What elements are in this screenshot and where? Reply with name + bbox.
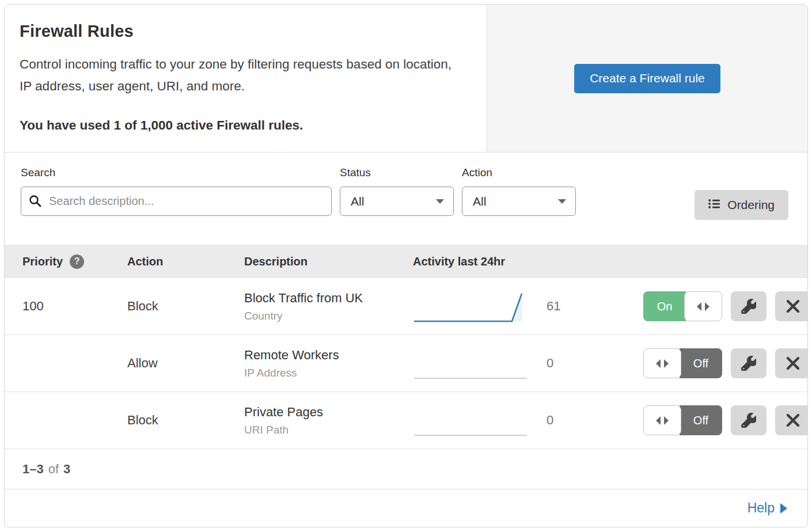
close-icon	[787, 357, 799, 370]
rule-activity-cell: 0	[413, 404, 643, 437]
search-icon	[29, 195, 42, 210]
filter-bar: Search Status All Action All	[5, 153, 807, 245]
toggle-off-label: Off	[680, 348, 722, 378]
pagination-range: 1–3	[22, 462, 44, 477]
page-title: Firewall Rules	[20, 22, 467, 41]
pagination-bar: 1–3 of 3	[5, 449, 807, 489]
search-input[interactable]	[21, 187, 332, 216]
action-label: Action	[462, 166, 576, 179]
left-right-arrows-icon	[656, 416, 669, 425]
pagination-total: 3	[63, 462, 70, 477]
priority-column-label: Priority	[22, 255, 63, 268]
table-header: Priority ? Action Description Activity l…	[5, 245, 807, 278]
chevron-down-icon	[558, 199, 566, 204]
table-row: Allow Remote Workers IP Address 0 Off	[5, 335, 807, 392]
toggle-on-label: On	[643, 291, 686, 321]
rule-action: Block	[127, 299, 244, 314]
activity-sparkline	[413, 290, 528, 323]
rule-action: Block	[127, 413, 244, 428]
edit-rule-button[interactable]	[731, 291, 767, 321]
search-group: Search	[21, 166, 332, 245]
rule-priority: 100	[5, 299, 127, 314]
header-section: Firewall Rules Control incoming traffic …	[5, 5, 807, 153]
close-icon	[787, 414, 799, 427]
toggle-handle[interactable]	[643, 405, 681, 435]
status-selected-value: All	[351, 195, 364, 208]
ordered-list-icon	[708, 198, 720, 212]
delete-rule-button[interactable]	[775, 405, 808, 435]
rule-controls: On	[643, 291, 808, 321]
wrench-icon	[741, 299, 756, 314]
column-activity: Activity last 24hr	[413, 255, 643, 268]
left-right-arrows-icon	[697, 302, 709, 311]
priority-help-icon[interactable]: ?	[70, 254, 84, 269]
action-select[interactable]: All	[462, 187, 576, 216]
rule-description-cell: Private Pages URI Path	[244, 405, 413, 436]
rule-action: Allow	[127, 356, 244, 371]
ordering-button[interactable]: Ordering	[695, 190, 788, 220]
rule-enabled-toggle[interactable]: Off	[643, 405, 722, 435]
rule-controls: Off	[643, 348, 808, 378]
chevron-down-icon	[436, 199, 444, 204]
right-triangle-icon	[780, 503, 787, 514]
activity-count: 61	[547, 299, 560, 314]
rule-match-type: URI Path	[244, 424, 413, 436]
edit-rule-button[interactable]	[731, 405, 767, 435]
firewall-rules-panel: Firewall Rules Control incoming traffic …	[4, 4, 808, 527]
column-priority: Priority ?	[5, 254, 127, 269]
status-filter-group: Status All	[340, 166, 454, 245]
status-select[interactable]: All	[340, 187, 454, 216]
action-selected-value: All	[473, 195, 486, 208]
rule-controls: Off	[643, 405, 808, 435]
activity-sparkline	[413, 404, 528, 437]
toggle-handle[interactable]	[684, 291, 722, 321]
search-box	[21, 187, 332, 216]
rule-activity-cell: 0	[413, 347, 643, 380]
usage-note: You have used 1 of 1,000 active Firewall…	[20, 118, 467, 133]
table-row: Block Private Pages URI Path 0 Off	[5, 392, 807, 449]
help-link[interactable]: Help	[748, 500, 787, 516]
wrench-icon	[741, 356, 756, 371]
edit-rule-button[interactable]	[731, 348, 767, 378]
left-right-arrows-icon	[656, 359, 669, 368]
table-row: 100 Block Block Traffic from UK Country …	[5, 278, 807, 335]
action-filter-group: Action All	[462, 166, 576, 245]
rule-description-cell: Remote Workers IP Address	[244, 348, 413, 379]
rule-description: Block Traffic from UK	[244, 291, 413, 306]
delete-rule-button[interactable]	[775, 348, 808, 378]
rule-description-cell: Block Traffic from UK Country	[244, 291, 413, 322]
column-action: Action	[127, 255, 244, 268]
help-link-label: Help	[748, 500, 775, 516]
activity-sparkline	[413, 347, 528, 380]
header-action-panel: Create a Firewall rule	[487, 5, 807, 152]
status-label: Status	[340, 166, 454, 179]
toggle-handle[interactable]	[643, 348, 681, 378]
activity-count: 0	[547, 356, 553, 371]
pagination-of: of	[48, 462, 59, 477]
create-firewall-rule-button[interactable]: Create a Firewall rule	[574, 64, 720, 93]
close-icon	[787, 300, 799, 313]
rule-activity-cell: 61	[413, 290, 643, 323]
rule-match-type: Country	[244, 310, 413, 322]
rule-description: Remote Workers	[244, 348, 413, 363]
wrench-icon	[741, 413, 756, 428]
rule-enabled-toggle[interactable]: Off	[643, 348, 722, 378]
header-text-block: Firewall Rules Control incoming traffic …	[5, 5, 487, 152]
column-description: Description	[244, 255, 413, 268]
rule-match-type: IP Address	[244, 367, 413, 379]
rule-enabled-toggle[interactable]: On	[643, 291, 722, 321]
search-label: Search	[21, 166, 332, 179]
activity-count: 0	[547, 413, 553, 428]
page-description: Control incoming traffic to your zone by…	[20, 54, 463, 97]
ordering-button-label: Ordering	[727, 198, 775, 212]
rule-description: Private Pages	[244, 405, 413, 420]
delete-rule-button[interactable]	[775, 291, 808, 321]
help-bar: Help	[5, 489, 807, 526]
toggle-off-label: Off	[680, 405, 722, 435]
